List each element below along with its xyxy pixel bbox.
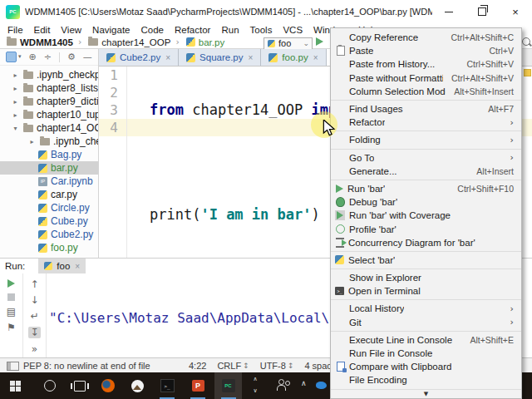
menu-item-column-selection-mode[interactable]: Column Selection ModeAlt+Shift+Insert xyxy=(331,85,521,98)
tree-item-chapter14-oop[interactable]: ▾ chapter14_OOP xyxy=(0,121,98,135)
restore-layout-icon[interactable]: ▤ xyxy=(7,307,16,317)
show-hidden-icons-chevron[interactable]: ∧ xyxy=(301,379,307,387)
menu-item-compare-with-clipboard[interactable]: Compare with Clipboard xyxy=(331,360,521,373)
pin-icon[interactable]: ⚑ xyxy=(7,323,16,332)
chevron-right-icon[interactable]: ▸ xyxy=(11,85,20,92)
menubar-item-file[interactable]: File xyxy=(7,25,23,35)
menu-item-local-history[interactable]: Local History› xyxy=(331,302,521,315)
menu-item-show-in-explorer[interactable]: Show in Explorer xyxy=(331,271,521,284)
menu-item-generate[interactable]: Generate...Alt+Insert xyxy=(331,165,521,178)
inspection-indicator[interactable] xyxy=(524,69,531,76)
menubar-item-view[interactable]: View xyxy=(61,25,81,35)
menu-item-paste[interactable]: PasteCtrl+V xyxy=(331,44,521,57)
rerun-button[interactable] xyxy=(7,279,15,288)
menu-item-run-bar[interactable]: Run 'bar'Ctrl+Shift+F10 xyxy=(331,182,521,195)
tree-item-foo-py[interactable]: foo.py xyxy=(0,241,98,254)
menu-item-open-in-terminal[interactable]: >_Open in Terminal xyxy=(331,284,521,298)
tree-item-car-ipynb[interactable]: IP Car.ipynb xyxy=(0,175,98,188)
menu-item-find-usages[interactable]: Find UsagesAlt+F7 xyxy=(331,102,521,116)
minimize-button[interactable] xyxy=(432,0,466,23)
menubar-item-edit[interactable]: Edit xyxy=(34,25,51,35)
menu-item-select-bar[interactable]: Select 'bar' xyxy=(331,254,521,267)
chevron-right-icon[interactable]: ▸ xyxy=(27,138,37,145)
start-button[interactable] xyxy=(2,372,28,399)
tree-item-bar-py[interactable]: bar.py xyxy=(0,161,98,175)
tree-item-bag-py[interactable]: Bag.py xyxy=(0,148,98,161)
tree-item-circle-py[interactable]: Circle.py xyxy=(0,201,98,214)
menu-item-paste-without-formatting[interactable]: Paste without FormattingCtrl+Alt+Shift+V xyxy=(331,71,521,85)
hide-panel-icon[interactable]: — xyxy=(83,52,92,62)
close-button[interactable]: × xyxy=(499,0,532,23)
cortana-button[interactable] xyxy=(37,372,63,399)
tab-cube2-py[interactable]: Cube2.py × xyxy=(99,49,179,66)
tree-item-chapter9-dictionaries[interactable]: ▸ chapter9_dictionaries xyxy=(0,95,98,108)
tab-square-py[interactable]: Square.py × xyxy=(179,49,261,66)
menu-item-folding[interactable]: Folding› xyxy=(331,133,521,146)
menu-item-profile-bar[interactable]: Profile 'bar' xyxy=(331,222,521,235)
close-tab-icon[interactable]: × xyxy=(165,53,170,62)
run-tab-foo[interactable]: foo × xyxy=(38,259,86,273)
scroll-to-end-icon[interactable]: ↧ xyxy=(28,327,40,338)
breadcrumb-file[interactable]: bar.py xyxy=(186,37,224,47)
people-icon[interactable] xyxy=(276,379,291,391)
menu-item-refactor[interactable]: Refactor› xyxy=(331,116,521,129)
close-tab-icon[interactable]: × xyxy=(75,262,80,271)
tree-item-ipynb-checkpoints[interactable]: ▸ .ipynb_checkpoints xyxy=(0,68,98,81)
tree-item-ipynb-checkpoints-nested[interactable]: ▸ .ipynb_checkpoints xyxy=(0,135,98,148)
line-ending-widget[interactable]: CRLF↕ xyxy=(217,361,249,371)
restore-button[interactable] xyxy=(466,0,499,23)
breadcrumb-project[interactable]: WDMM1405 xyxy=(7,37,73,47)
chevron-down-icon[interactable]: ▾ xyxy=(11,125,20,132)
menu-item-copy-reference[interactable]: Copy ReferenceCtrl+Alt+Shift+C xyxy=(331,31,521,44)
menubar-item-code[interactable]: Code xyxy=(140,25,164,35)
chevron-right-icon[interactable]: ▸ xyxy=(11,111,20,119)
firefox-button[interactable] xyxy=(95,372,121,399)
pycharm-taskbar-button[interactable]: PC xyxy=(214,372,242,399)
menu-item-paste-from-history[interactable]: Paste from History...Ctrl+Shift+V xyxy=(331,57,521,71)
run-button[interactable] xyxy=(316,37,323,46)
menubar-item-vcs[interactable]: VCS xyxy=(283,25,303,35)
menu-scroll-down-icon[interactable]: ▼ xyxy=(331,391,521,398)
search-icon[interactable] xyxy=(522,37,530,46)
chevron-right-icon[interactable]: ▸ xyxy=(11,98,20,106)
menubar-item-run[interactable]: Run xyxy=(221,25,239,35)
gear-icon[interactable]: ⚙ xyxy=(67,52,76,62)
stop-button[interactable] xyxy=(7,293,15,301)
tree-item-cube-py[interactable]: Cube.py xyxy=(0,214,98,228)
locate-file-icon[interactable]: ⊕ xyxy=(29,52,37,62)
close-tab-icon[interactable]: × xyxy=(313,53,318,62)
tab-foo-py[interactable]: foo.py × xyxy=(261,49,326,66)
tree-item-cube2-py[interactable]: Cube2.py xyxy=(0,228,98,241)
breadcrumb-folder[interactable]: chapter14_OOP xyxy=(88,37,170,47)
menu-item-debug-bar[interactable]: Debug 'bar' xyxy=(331,195,521,209)
menu-item-run-file-in-console[interactable]: Run File in Console xyxy=(331,347,521,360)
caret-position-widget[interactable]: 4:22 xyxy=(189,361,206,371)
menubar-item-tools[interactable]: Tools xyxy=(250,25,273,35)
task-view-button[interactable] xyxy=(66,372,93,399)
project-view-selector[interactable]: ▾ xyxy=(6,52,22,62)
menu-item-concurrency-diagram[interactable]: Concurrency Diagram for 'bar' xyxy=(331,236,521,249)
up-stack-trace-icon[interactable]: ↑ xyxy=(30,279,38,289)
menubar-item-navigate[interactable]: Navigate xyxy=(92,25,130,35)
encoding-widget[interactable]: UTF-8↕ xyxy=(260,361,294,371)
collapse-all-icon[interactable]: ÷ xyxy=(44,52,52,62)
chevron-right-icon[interactable]: ▸ xyxy=(11,71,20,79)
soft-wrap-icon[interactable]: ↵ xyxy=(30,311,38,321)
menu-item-git[interactable]: Git› xyxy=(331,316,521,329)
tree-item-chapter10-tuples[interactable]: ▸ chapter10_tuples xyxy=(0,108,98,121)
photos-button[interactable] xyxy=(124,372,150,399)
menu-item-run-bar-coverage[interactable]: Run 'bar' with Coverage xyxy=(331,209,521,222)
network-tray-icon[interactable] xyxy=(316,382,327,389)
tree-item-car-py[interactable]: car.py xyxy=(0,188,98,201)
down-stack-trace-icon[interactable]: ↓ xyxy=(30,295,38,305)
menu-item-go-to[interactable]: Go To› xyxy=(331,151,521,165)
more-options-icon[interactable]: » xyxy=(32,344,37,354)
taskbar-scroll-arrows[interactable]: ∧ ∨ xyxy=(249,373,261,397)
toolwindow-toggle-icon[interactable] xyxy=(7,362,19,371)
terminal-button[interactable]: >_ xyxy=(154,372,180,399)
tree-item-chapter8-lists[interactable]: ▸ chapter8_lists xyxy=(0,81,98,95)
menu-item-execute-line-in-console[interactable]: Execute Line in ConsoleAlt+Shift+E xyxy=(331,333,521,347)
menubar-item-refactor[interactable]: Refactor xyxy=(175,25,210,35)
powerpoint-button[interactable]: P xyxy=(185,372,211,399)
close-tab-icon[interactable]: × xyxy=(249,53,254,62)
